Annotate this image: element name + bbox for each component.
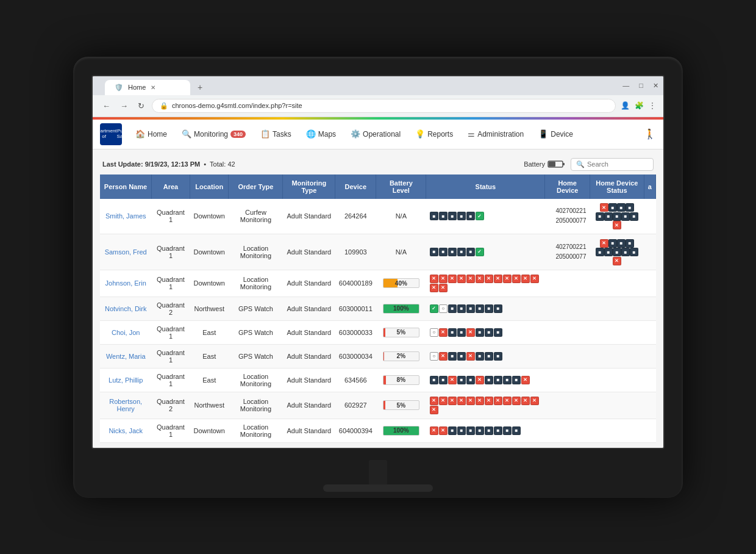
cell-person-name[interactable]: Smith, James	[100, 199, 151, 234]
cell-status: ○✕■■✕■■■	[426, 320, 545, 344]
logo-text-line2: Public Safety	[117, 129, 131, 140]
monitor-outer: 🛡️ Home ✕ + — □ ✕ ← → ↻ 🔒 chronos-demo.g…	[73, 57, 683, 498]
cell-extra	[644, 344, 655, 368]
col-extra: a	[644, 174, 655, 199]
status-icon: ■	[448, 212, 457, 220]
cell-order-type: GPS Watch	[229, 297, 283, 320]
status-icon: ○	[439, 304, 448, 313]
person-link[interactable]: Choi, Jon	[112, 329, 140, 336]
cell-person-name[interactable]: Choi, Jon	[100, 320, 151, 344]
nav-item-device[interactable]: 📱 Device	[532, 126, 579, 142]
cell-home-device	[545, 392, 590, 419]
close-button[interactable]: ✕	[653, 82, 658, 90]
chrome-tab-home[interactable]: 🛡️ Home ✕	[105, 80, 190, 95]
table-row: Nicks, JackQuadrant 1DowntownLocation Mo…	[100, 419, 656, 442]
status-icon: ■	[476, 352, 484, 361]
cell-person-name[interactable]: Robertson, Henry	[100, 392, 151, 419]
person-link[interactable]: Johnson, Erin	[105, 279, 146, 287]
cell-home-device-status	[590, 270, 644, 297]
status-icon: ■	[613, 248, 621, 256]
status-icon: ■	[466, 376, 475, 384]
person-link[interactable]: Smith, James	[105, 212, 146, 220]
status-icon: ■	[512, 376, 521, 384]
status-icon: ■	[485, 328, 493, 337]
cell-person-name[interactable]: Notvinch, Dirk	[100, 297, 151, 320]
last-update-label: Last Update: 9/19/23, 12:13 PM	[102, 160, 200, 168]
forward-button[interactable]: →	[118, 100, 130, 112]
nav-item-tasks[interactable]: 📋 Tasks	[254, 126, 298, 142]
person-link[interactable]: Robertson, Henry	[109, 398, 142, 412]
cell-monitoring-type: Adult Standard	[283, 392, 335, 419]
nav-item-operational[interactable]: ⚙️ Operational	[344, 126, 407, 142]
status-icon: ■	[630, 212, 638, 221]
status-icon: ■	[457, 248, 466, 256]
back-button[interactable]: ←	[100, 100, 113, 112]
status-icon: ✕	[521, 376, 530, 384]
battery-bar: 5%	[383, 400, 419, 410]
battery-filter[interactable]: Battery	[524, 160, 565, 168]
maximize-button[interactable]: □	[639, 82, 643, 90]
cell-monitoring-type: Adult Standard	[283, 234, 335, 270]
cell-home-device-status	[590, 297, 644, 320]
status-icon: ■	[430, 212, 438, 220]
cell-status: ■■■■■✓	[426, 199, 545, 234]
status-icon: ■	[494, 304, 502, 313]
minimize-button[interactable]: —	[622, 82, 629, 90]
cell-home-device-status	[590, 320, 644, 344]
url-bar[interactable]: 🔒 chronos-demo.g4smtl.com/index.php?r=si…	[152, 99, 616, 113]
person-link[interactable]: Notvinch, Dirk	[105, 305, 146, 312]
total-count: Total: 42	[210, 160, 235, 168]
cell-home-device	[545, 270, 590, 297]
cell-location: Downtown	[190, 199, 229, 234]
battery-bar-container: 8%	[380, 375, 423, 385]
cell-order-type: GPS Watch	[229, 320, 283, 344]
cell-location: Downtown	[190, 419, 229, 442]
person-link[interactable]: Lutz, Phillip	[109, 376, 143, 384]
cell-person-name[interactable]: Nicks, Jack	[100, 419, 151, 442]
cell-device: 603000011	[335, 297, 376, 320]
nav-item-monitoring[interactable]: 🔍 Monitoring 340	[176, 126, 252, 142]
nav-user-icon[interactable]: 🚶	[644, 128, 656, 140]
extensions-icon: 🧩	[635, 101, 644, 110]
nav-item-maps[interactable]: 🌐 Maps	[300, 126, 342, 142]
cell-status: ■■✕■■✕■■■■✕	[426, 368, 545, 392]
nav-label-operational: Operational	[363, 130, 401, 138]
nav-item-administration[interactable]: ⚌ Administration	[462, 126, 530, 142]
cell-person-name[interactable]: Lutz, Phillip	[100, 368, 151, 392]
cell-person-name[interactable]: Wentz, Maria	[100, 344, 151, 368]
status-icon: ✕	[476, 397, 484, 405]
status-icon: ✕	[600, 239, 608, 248]
nav-item-reports[interactable]: 💡 Reports	[409, 126, 459, 142]
person-link[interactable]: Samson, Fred	[105, 248, 147, 256]
tab-favicon: 🛡️	[115, 84, 123, 92]
status-icon: ✕	[448, 275, 457, 283]
battery-text: 8%	[397, 376, 405, 383]
status-icon: ■	[466, 426, 475, 435]
status-icon: ■	[626, 203, 634, 212]
new-tab-button[interactable]: +	[193, 80, 207, 95]
status-icons-group: ✕✕■■■■■■■■	[430, 426, 541, 435]
person-link[interactable]: Nicks, Jack	[109, 427, 143, 434]
tab-close-button[interactable]: ✕	[151, 84, 155, 91]
reload-button[interactable]: ↻	[135, 100, 147, 112]
cell-location: Northwest	[190, 392, 229, 419]
status-icon: ■	[476, 328, 484, 337]
table-body: Smith, JamesQuadrant 1DowntownCurfew Mon…	[100, 199, 656, 443]
status-icon: ✕	[430, 397, 438, 405]
status-icon: ■	[457, 304, 466, 313]
status-icon: ■	[503, 426, 512, 435]
status-icon: ■	[430, 376, 438, 384]
nav-item-home[interactable]: 🏠 Home	[129, 126, 173, 142]
cell-area: Quadrant 2	[151, 297, 190, 320]
cell-area: Quadrant 1	[151, 419, 190, 442]
cell-person-name[interactable]: Johnson, Erin	[100, 270, 151, 297]
person-link[interactable]: Wentz, Maria	[106, 353, 146, 360]
search-input[interactable]	[587, 160, 648, 168]
cell-order-type: Location Monitoring	[229, 419, 283, 442]
search-box[interactable]: 🔍	[571, 158, 654, 171]
cell-person-name[interactable]: Samson, Fred	[100, 234, 151, 270]
status-icon: ✕	[466, 352, 475, 361]
status-icon: ■	[457, 212, 466, 220]
status-icon: ✕	[439, 352, 448, 361]
cell-extra	[644, 419, 655, 442]
